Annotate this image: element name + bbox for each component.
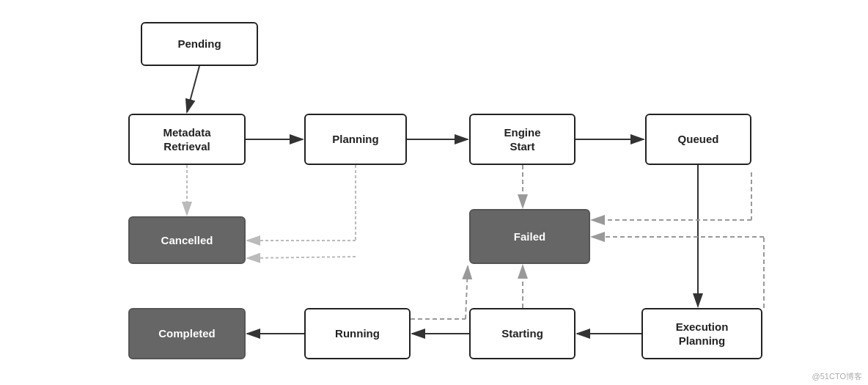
- svg-line-3: [187, 66, 199, 112]
- node-execution_planning: Execution Planning: [641, 308, 762, 359]
- watermark-text: @51CTO博客: [812, 371, 862, 382]
- node-engine_start: Engine Start: [469, 114, 575, 165]
- node-starting: Starting: [469, 308, 575, 359]
- svg-line-22: [247, 257, 356, 258]
- node-pending: Pending: [141, 22, 258, 66]
- node-failed: Failed: [469, 209, 590, 264]
- node-cancelled: Cancelled: [128, 216, 246, 264]
- node-queued: Queued: [645, 114, 751, 165]
- node-running: Running: [304, 308, 411, 359]
- node-planning: Planning: [304, 114, 407, 165]
- svg-line-18: [466, 266, 468, 319]
- node-completed: Completed: [128, 308, 246, 359]
- node-metadata: Metadata Retrieval: [128, 114, 246, 165]
- diagram: @51CTO博客 PendingMetadata RetrievalPlanni…: [0, 0, 868, 385]
